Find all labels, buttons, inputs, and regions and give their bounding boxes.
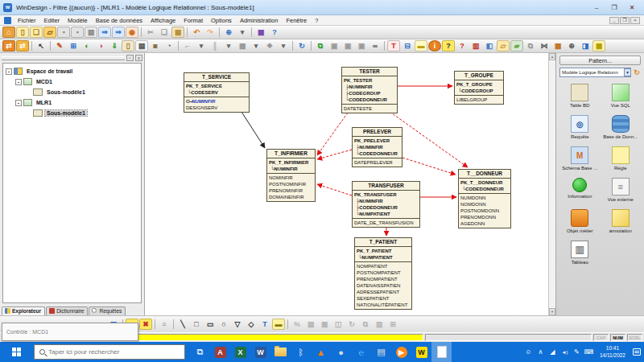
palette-sch-ma-base[interactable]: MSchéma Base ... (559, 146, 601, 171)
help-pointer-icon[interactable]: ? (268, 27, 281, 38)
relation-tester-t-infirmier[interactable] (317, 109, 350, 155)
entity-t-patient[interactable]: T_PATIENTPK_T_PATIENT└NUMPATIENTNOMPATIE… (354, 237, 412, 310)
save-icon[interactable]: ▪ (57, 27, 70, 38)
tab-explorateur[interactable]: Explorateur (2, 306, 45, 315)
expander-icon[interactable]: - (15, 100, 22, 106)
panel-close-button[interactable]: x (135, 55, 142, 61)
tab-dictionnaire[interactable]: Dictionnaire (46, 306, 88, 315)
export-page-icon[interactable]: ⇒ (98, 27, 111, 38)
taskbar-bluetooth[interactable]: ᛒ (291, 342, 311, 362)
palette-r-gle[interactable]: Règle (601, 146, 642, 171)
undo-icon[interactable]: ↶ (190, 27, 203, 38)
maximize-button[interactable]: ❐ (605, 2, 623, 13)
triangle-tool-icon[interactable]: ▽ (231, 319, 244, 330)
entity-tester[interactable]: TESTERPK_TESTER├NUMINFIR├CODEGROUP└CODED… (341, 67, 398, 113)
taskbar-word[interactable]: W (250, 342, 270, 362)
align-drop-icon[interactable]: ⌐ (181, 40, 194, 51)
notification-center-icon[interactable] (630, 342, 642, 362)
taskbar-search[interactable] (34, 344, 185, 360)
relation-t-service-t-infirmier[interactable] (242, 112, 265, 148)
caret-icon[interactable]: ▾ (277, 40, 290, 51)
export-page-2-icon[interactable]: ⇒ (112, 27, 125, 38)
palette-objet-m-tier[interactable]: Objet métier (559, 209, 601, 233)
palette-icon[interactable]: ◑ (94, 40, 107, 51)
tree-item-mcd1[interactable]: -MCD1 (3, 76, 141, 87)
scroll-down-icon[interactable]: ▼ (549, 308, 555, 315)
open-folder-icon[interactable]: ▱ (43, 27, 56, 38)
relation-prelever-t-donneur[interactable] (402, 158, 456, 175)
paste-icon[interactable]: ▦ (171, 27, 184, 38)
taskbar-clock[interactable]: 10:41 14/11/2022 (600, 345, 625, 360)
taskbar-media-player[interactable]: ▶ (391, 342, 411, 362)
tree-item-sous-mod-le1[interactable]: Sous-modèle1 (3, 87, 141, 97)
mdi-minimize-button[interactable]: _ (609, 17, 619, 24)
info-icon[interactable]: i (428, 40, 441, 51)
close-button[interactable]: ✕ (623, 2, 641, 13)
window-a-icon[interactable]: ▣ (328, 40, 341, 51)
mdi-restore-button[interactable]: ❐ (620, 17, 630, 24)
taskbar-task-view[interactable]: ⧉ (190, 342, 210, 362)
cubes-icon[interactable]: ◧ (483, 40, 496, 51)
label-pill-icon[interactable]: ▬ (415, 40, 427, 51)
duplicate-document-icon[interactable]: ❏ (30, 27, 43, 38)
palette-vue-externe[interactable]: ≡Vue externe (601, 178, 642, 202)
home-icon[interactable]: ⌂ (2, 27, 15, 38)
palette-requ-te[interactable]: ◎Requête (559, 115, 601, 139)
text-tool-icon[interactable]: T (258, 319, 271, 330)
tray-touch-keyboard-icon[interactable]: ⌨ (583, 342, 595, 362)
sync-icon[interactable]: ↻ (295, 40, 308, 51)
taskbar-access[interactable]: A (210, 342, 230, 362)
relation-transfuser-t-infirmier[interactable] (317, 184, 352, 195)
tree-item-sous-mod-le1[interactable]: Sous-modèle1 (3, 108, 141, 118)
edit-pen-icon[interactable]: ✎ (53, 40, 66, 51)
shapes-icon[interactable]: ◐ (80, 40, 93, 51)
tree-item-espace-de-travail[interactable]: -Espace de travail (3, 66, 141, 76)
menu-mod-le[interactable]: Modèle (64, 16, 92, 25)
palette-base-de-donn[interactable]: Base de Donn... (601, 115, 642, 139)
taskbar-file-explorer[interactable] (270, 342, 291, 362)
taskbar-excel[interactable]: X (230, 342, 250, 362)
menu-editer[interactable]: Editer (40, 16, 64, 25)
menu-fichier[interactable]: Fichier (14, 16, 40, 25)
entity-t-service[interactable]: T_SERVICEPK_T_SERVICE└CODESERVNUMINFIRDE… (184, 72, 250, 113)
minimize-button[interactable]: – (588, 2, 605, 13)
flow-help-icon[interactable]: ? (456, 40, 469, 51)
start-button[interactable] (0, 342, 32, 362)
redo-icon[interactable]: ↷ (204, 27, 217, 38)
entity-t-groupe[interactable]: T_GROUPEPK_T_GROUPE└CODEGROUPLIBELGROUP (454, 71, 504, 105)
tray-people-icon[interactable]: ☺ (522, 342, 535, 362)
swap-model-2-icon[interactable]: ⇄ (16, 40, 29, 51)
entity-transfuser[interactable]: TRANSFUSERPK_TRANSFUSER├NUMINFIR├CODEDON… (352, 181, 420, 228)
ellipse-tool-icon[interactable]: ○ (217, 319, 230, 330)
tray-volume-icon[interactable]: ◄) (559, 342, 571, 362)
menu-fen-tre[interactable]: Fenêtre (282, 16, 311, 25)
taskbar-windesign[interactable]: W (411, 342, 431, 362)
caret-icon[interactable]: ▾ (195, 40, 208, 51)
copy-pages-icon[interactable]: ⧉ (524, 40, 537, 51)
export-web-icon[interactable]: ◉ (126, 27, 138, 38)
entity-prelever[interactable]: PRELEVERPK_PRELEVER├NUMINFIR└CODEDONNEUR… (352, 127, 402, 167)
control-window[interactable]: Contrôle : MCD1 (2, 323, 138, 341)
cut-icon[interactable]: ✂ (144, 27, 157, 38)
chart-columns-icon[interactable]: ▥ (469, 40, 482, 51)
mdi-system-icon[interactable] (4, 17, 11, 24)
tree-item-mlr1[interactable]: -MLR1 (3, 97, 141, 108)
select-window-icon[interactable]: ◨ (579, 40, 592, 51)
title-window-icon[interactable]: T (387, 40, 400, 51)
zoom-window-icon[interactable]: ⊕ (565, 40, 578, 51)
palette-information[interactable]: Information (559, 178, 601, 202)
zoom-icon[interactable]: ⊕ (222, 27, 235, 38)
new-document-icon[interactable]: ▯ (16, 27, 29, 38)
folder-open-icon[interactable]: ▱ (497, 40, 510, 51)
print-icon[interactable]: ▤ (85, 27, 97, 38)
cascade-windows-icon[interactable]: ⧉ (314, 40, 327, 51)
palette-vue-sql[interactable]: Vue SQL (601, 84, 642, 108)
entity-t-infirmier[interactable]: T_INFIRMIERPK_T_INFIRMIER└NUMINFIRNOMINF… (266, 149, 316, 202)
model-type-select[interactable]: Modèle Logique Relationn (559, 68, 631, 77)
palette-annotation[interactable]: annotation (601, 209, 642, 233)
menu-affichage[interactable]: Affichage (147, 16, 180, 25)
taskbar-gray-app[interactable]: ● (331, 342, 351, 362)
palette-table-bd[interactable]: Table BD (559, 84, 601, 108)
caret-icon[interactable]: ▾ (236, 27, 249, 38)
swap-model-icon[interactable]: ⇄ (2, 40, 15, 51)
